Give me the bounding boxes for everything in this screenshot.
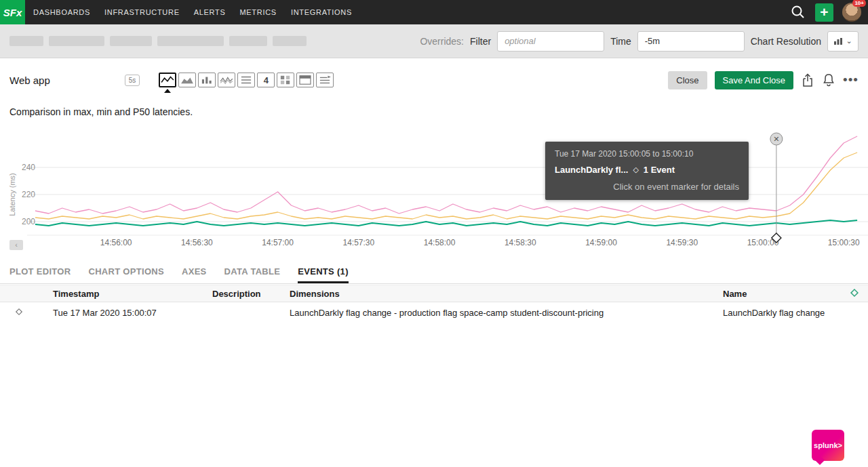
skeleton-block	[110, 36, 152, 46]
single-value-icon[interactable]: 4	[257, 73, 275, 87]
tooltip-time-range: Tue 17 Mar 2020 15:00:05 to 15:00:10	[555, 149, 739, 159]
notification-badge: 10+	[852, 0, 866, 7]
tooltip-event-name: LaunchDarkly fl...	[555, 165, 628, 175]
line-chart-icon[interactable]	[159, 73, 176, 87]
nav-item-infrastructure[interactable]: INFRASTRUCTURE	[104, 8, 180, 16]
nav-item-dashboards[interactable]: DASHBOARDS	[33, 8, 90, 16]
svg-text:✕: ✕	[773, 135, 779, 143]
event-feed-icon[interactable]	[316, 73, 334, 87]
skeleton-block	[229, 36, 267, 46]
header-name: Name	[723, 289, 841, 299]
search-icon[interactable]	[790, 4, 806, 20]
svg-text:14:58:30: 14:58:30	[505, 238, 536, 247]
svg-text:14:58:00: 14:58:00	[424, 238, 456, 247]
skeleton-block	[49, 36, 104, 46]
splunk-logo: splunk>	[814, 441, 842, 449]
selected-chart-type-caret	[164, 89, 171, 93]
nav-item-integrations[interactable]: INTEGRATIONS	[291, 8, 352, 16]
chart-header-actions: Close Save And Close •••	[668, 71, 868, 89]
nav-item-alerts[interactable]: ALERTS	[194, 8, 226, 16]
nav-item-metrics[interactable]: METRICS	[239, 8, 276, 16]
time-input[interactable]	[637, 31, 745, 52]
time-label: Time	[610, 36, 631, 47]
chevron-down-icon: ⌄	[846, 37, 852, 45]
header-description: Description	[212, 289, 290, 299]
chart-description: Comparison in max, min and P50 latencies…	[9, 106, 193, 117]
resolution-badge: 5s	[125, 75, 140, 86]
close-button[interactable]: Close	[668, 71, 707, 89]
events-table-header: Timestamp Description Dimensions Name	[0, 285, 868, 302]
cell-dimensions: LaunchDarkly flag change - production fl…	[290, 308, 723, 318]
events-legend-diamond-icon[interactable]	[850, 288, 859, 300]
svg-text:14:56:30: 14:56:30	[181, 238, 213, 247]
more-options-icon[interactable]: •••	[843, 77, 859, 83]
filter-input[interactable]	[497, 31, 604, 52]
tab-axes[interactable]: AXES	[182, 266, 207, 283]
save-and-close-button[interactable]: Save And Close	[715, 71, 794, 89]
top-nav: SFx DASHBOARDS INFRASTRUCTURE ALERTS MET…	[0, 0, 868, 24]
nav-right-controls: + 10+	[790, 3, 868, 22]
tab-events[interactable]: EVENTS (1)	[298, 266, 349, 283]
skeleton-block	[9, 36, 43, 46]
svg-text:240: 240	[22, 163, 35, 172]
editor-tabs: PLOT EDITOR CHART OPTIONS AXES DATA TABL…	[0, 266, 868, 284]
tab-chart-options[interactable]: CHART OPTIONS	[88, 266, 164, 283]
event-marker-diamond-icon	[15, 308, 53, 318]
list-chart-icon[interactable]	[237, 73, 255, 87]
heatmap-icon[interactable]	[277, 73, 294, 87]
svg-text:14:57:00: 14:57:00	[262, 238, 294, 247]
tab-data-table[interactable]: DATA TABLE	[224, 266, 281, 283]
chart-page-back-button[interactable]: ‹	[9, 240, 23, 250]
svg-text:220: 220	[22, 190, 35, 199]
tooltip-hint: Click on event marker for details	[555, 182, 739, 192]
chart-resolution-label: Chart Resolution	[751, 36, 821, 47]
overrides-label: Overrides:	[420, 36, 464, 47]
svg-text:14:57:30: 14:57:30	[342, 238, 374, 247]
nav-menu: DASHBOARDS INFRASTRUCTURE ALERTS METRICS…	[33, 8, 352, 16]
svg-text:200: 200	[22, 217, 35, 226]
skeleton-block	[273, 36, 307, 46]
event-diamond-icon: ◇	[633, 165, 638, 174]
svg-text:15:00:30: 15:00:30	[828, 238, 860, 247]
area-chart-icon[interactable]	[178, 73, 196, 87]
toplist-chart-icon[interactable]	[296, 73, 314, 87]
event-tooltip: Tue 17 Mar 2020 15:00:05 to 15:00:10 Lau…	[545, 142, 749, 200]
chart-type-selector: 4	[159, 73, 334, 87]
svg-text:14:56:00: 14:56:00	[100, 238, 132, 247]
column-chart-icon[interactable]	[198, 73, 216, 87]
cell-name: LaunchDarkly flag change	[723, 308, 841, 318]
splunk-feedback-button[interactable]: splunk>	[812, 430, 844, 461]
cell-timestamp: Tue 17 Mar 2020 15:00:07	[53, 308, 212, 318]
toolbar-controls: Overrides: Filter Time Chart Resolution …	[420, 31, 868, 52]
chart-title: Web app	[9, 75, 50, 86]
tooltip-event-count: 1 Event	[644, 165, 675, 175]
user-avatar[interactable]: 10+	[842, 3, 861, 22]
sfx-logo[interactable]: SFx	[0, 0, 25, 24]
header-dimensions: Dimensions	[290, 289, 723, 299]
skeleton-block	[157, 36, 224, 46]
mini-chart-icon	[833, 37, 843, 45]
histogram-chart-icon[interactable]	[218, 73, 235, 87]
tab-plot-editor[interactable]: PLOT EDITOR	[9, 266, 71, 283]
svg-text:14:59:30: 14:59:30	[666, 238, 698, 247]
add-button[interactable]: +	[815, 3, 833, 22]
bell-icon[interactable]	[822, 73, 835, 87]
chart-resolution-dropdown[interactable]: ⌄	[827, 31, 859, 52]
chart-header: Web app 5s 4 Close Sav	[0, 60, 868, 100]
svg-text:14:59:00: 14:59:00	[585, 238, 617, 247]
event-row[interactable]: Tue 17 Mar 2020 15:00:07 LaunchDarkly fl…	[0, 302, 868, 323]
overrides-toolbar: Overrides: Filter Time Chart Resolution …	[0, 24, 868, 58]
filter-label: Filter	[470, 36, 491, 47]
share-icon[interactable]	[801, 73, 814, 87]
tooltip-event-row: LaunchDarkly fl... ◇ 1 Event	[555, 165, 739, 175]
header-timestamp: Timestamp	[53, 289, 212, 299]
loading-skeleton	[9, 36, 307, 46]
